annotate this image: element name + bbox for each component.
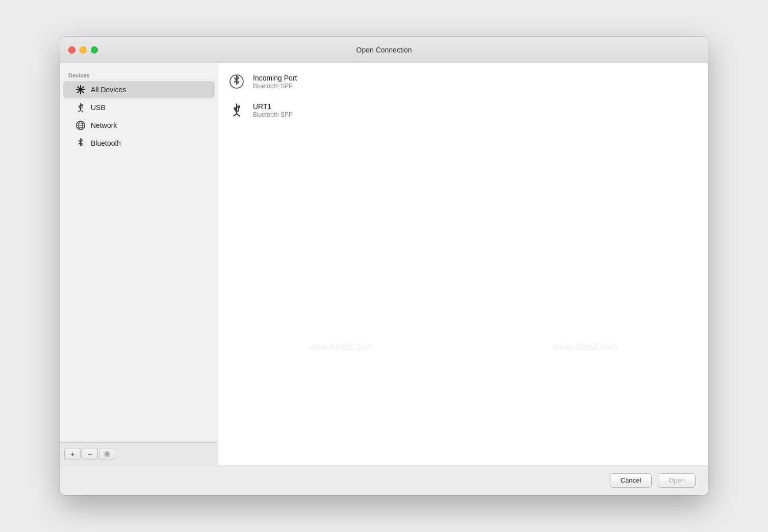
- titlebar: Open Connection: [60, 37, 708, 63]
- main-content: Incoming Port Bluetooth SPP: [218, 63, 708, 465]
- usb-icon: [75, 102, 86, 113]
- cancel-button[interactable]: Cancel: [610, 473, 652, 488]
- bluetooth-icon: [75, 138, 86, 148]
- maximize-button[interactable]: [91, 46, 98, 54]
- sidebar-item-bluetooth[interactable]: Bluetooth: [63, 135, 215, 152]
- sidebar-item-usb[interactable]: USB: [63, 99, 215, 116]
- window-body: Devices All Devices: [60, 63, 708, 465]
- add-button[interactable]: +: [64, 448, 81, 460]
- connection-name-incoming-port: Incoming Port: [253, 74, 297, 82]
- network-icon: [75, 120, 86, 130]
- connection-item-incoming-port[interactable]: Incoming Port Bluetooth SPP: [218, 67, 708, 96]
- sidebar-section-devices: Devices: [60, 69, 218, 81]
- svg-point-11: [106, 453, 108, 455]
- titlebar-buttons: [68, 46, 98, 54]
- sidebar: Devices All Devices: [60, 63, 218, 465]
- sidebar-item-bluetooth-label: Bluetooth: [91, 139, 121, 147]
- sidebar-content: Devices All Devices: [60, 63, 218, 442]
- connection-type-urt1: Bluetooth SPP: [253, 111, 293, 118]
- connection-type-incoming-port: Bluetooth SPP: [253, 83, 297, 90]
- connection-bluetooth-icon: [228, 73, 245, 90]
- footer: Cancel Open: [60, 465, 708, 495]
- sidebar-item-network-label: Network: [91, 121, 117, 129]
- minimize-button[interactable]: [80, 46, 87, 54]
- watermark: www.MacZ.com www.MacZ.com: [218, 342, 708, 353]
- connection-info-incoming-port: Incoming Port Bluetooth SPP: [253, 74, 297, 90]
- watermark-text-1: www.MacZ.com: [308, 342, 373, 353]
- connection-item-urt1[interactable]: URT1 Bluetooth SPP: [218, 96, 708, 124]
- connection-list: Incoming Port Bluetooth SPP: [218, 63, 708, 128]
- close-button[interactable]: [68, 46, 75, 54]
- sidebar-item-all-devices-label: All Devices: [91, 86, 126, 94]
- watermark-text-2: www.MacZ.com: [553, 342, 618, 353]
- window: Open Connection Devices All: [60, 37, 708, 495]
- sidebar-item-usb-label: USB: [91, 103, 106, 112]
- sidebar-toolbar: + −: [60, 442, 218, 465]
- sidebar-item-network[interactable]: Network: [63, 117, 215, 134]
- window-title: Open Connection: [356, 46, 412, 54]
- asterisk-icon: [75, 85, 86, 95]
- connection-name-urt1: URT1: [253, 102, 293, 111]
- sidebar-item-all-devices[interactable]: All Devices: [63, 81, 215, 98]
- settings-button[interactable]: [99, 448, 115, 460]
- connection-usb-icon: [228, 102, 245, 118]
- connection-info-urt1: URT1 Bluetooth SPP: [253, 102, 293, 118]
- open-button[interactable]: Open: [658, 473, 696, 488]
- remove-button[interactable]: −: [82, 448, 98, 460]
